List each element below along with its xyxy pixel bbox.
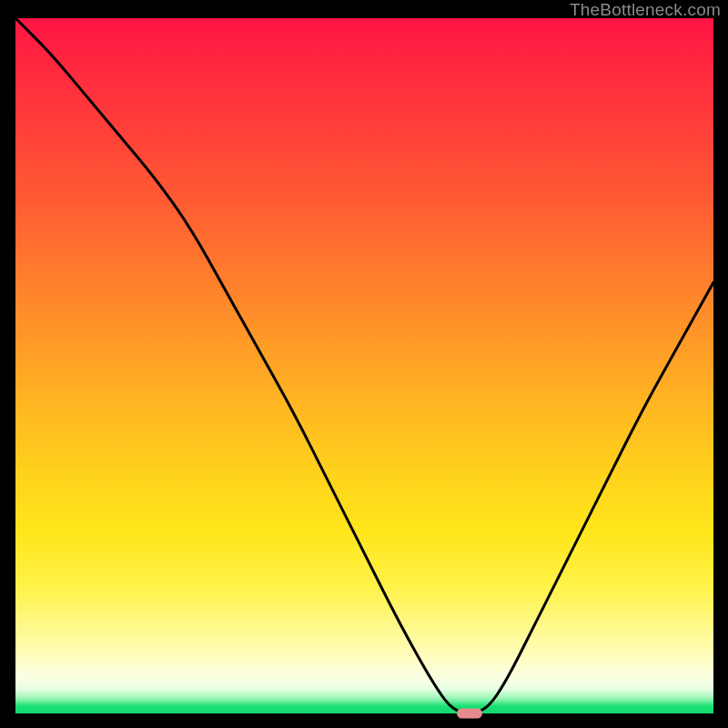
watermark-text: TheBottleneck.com (570, 0, 721, 20)
optimal-marker (457, 709, 482, 719)
chart-frame: TheBottleneck.com (0, 0, 728, 728)
plot-area (15, 18, 713, 713)
bottleneck-curve (15, 18, 713, 713)
